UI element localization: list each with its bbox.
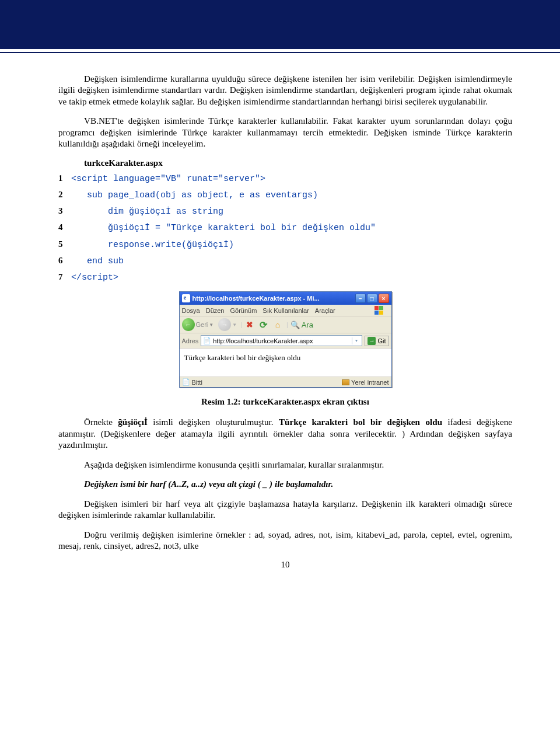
paragraph-4: Aşağıda değişken isimlendirme konusunda … <box>58 459 512 470</box>
address-label: Adres <box>182 337 199 344</box>
rule-heading: Değişken ismi bir harf (A..Z, a..z) veya… <box>58 478 512 489</box>
code-line-1: <script language="VB" runat="server"> <box>71 174 265 184</box>
menu-duzen[interactable]: Düzen <box>206 307 225 314</box>
back-arrow-icon: ← <box>182 318 195 331</box>
go-arrow-icon: → <box>368 337 376 345</box>
menu-gorunum[interactable]: Görünüm <box>230 307 257 314</box>
ie-icon <box>182 294 190 302</box>
windows-flag-icon <box>374 306 383 315</box>
address-dropdown[interactable]: ▾ <box>352 337 360 344</box>
search-label: Ara <box>302 321 313 329</box>
menu-araclar[interactable]: Araçlar <box>315 307 335 314</box>
paragraph-1: Değişken isimlendirme kurallarına uyuldu… <box>58 73 512 107</box>
refresh-button[interactable]: ⟳ <box>258 319 269 330</box>
status-done: Bitti <box>192 379 202 386</box>
ie-browser-window: http://localhost/turkceKarakter.aspx - M… <box>179 291 392 388</box>
ie-toolbar: ← Geri ▼ → ▼ | ✖ ⟳ ⌂ | 🔍 Ara <box>180 316 391 333</box>
paragraph-3: Örnekte ğüşiöçıİ isimli değişken oluştur… <box>58 416 512 450</box>
close-button[interactable]: × <box>379 294 389 303</box>
status-zone: Yerel intranet <box>351 379 388 386</box>
home-button[interactable]: ⌂ <box>272 319 283 330</box>
go-label: Git <box>377 337 386 344</box>
page-body: Değişken isimlendirme kurallarına uyuldu… <box>0 53 560 581</box>
paragraph-7: Doğru verilmiş değişken isimlerine örnek… <box>58 529 512 552</box>
code-block: 1<script language="VB" runat="server"> 2… <box>58 170 512 286</box>
back-button[interactable]: ← Geri ▼ <box>182 318 214 331</box>
header-band-dark <box>0 0 560 49</box>
done-icon: 📄 <box>182 378 190 386</box>
figure-caption: Resim 1.2: turkceKarakter.aspx ekran çık… <box>58 397 512 407</box>
ie-menubar: Dosya Düzen Görünüm Sık Kullanılanlar Ar… <box>180 305 391 316</box>
code-line-2: sub page_load(obj as object, e as eventa… <box>71 190 318 200</box>
go-button[interactable]: → Git <box>365 336 388 346</box>
code-line-3: dim ğüşiöçıİ as string <box>71 207 223 217</box>
code-line-5: response.write(ğüşiöçıİ) <box>71 240 234 250</box>
forward-button[interactable]: → <box>218 318 231 331</box>
menu-dosya[interactable]: Dosya <box>182 307 200 314</box>
chevron-down-icon: ▼ <box>209 322 214 328</box>
back-label: Geri <box>196 321 208 328</box>
ie-titlebar[interactable]: http://localhost/turkceKarakter.aspx - M… <box>180 292 391 305</box>
paragraph-6: Değişken isimleri bir harf veya alt çizg… <box>58 498 512 521</box>
code-line-6: end sub <box>71 256 124 266</box>
stop-button[interactable]: ✖ <box>244 319 255 330</box>
address-input[interactable]: 📄 http://localhost/turkceKarakter.aspx ▾ <box>201 335 362 346</box>
code-line-4: ğüşiöçıİ = "Türkçe karakteri bol bir değ… <box>71 223 376 233</box>
search-button[interactable]: 🔍 Ara <box>290 321 313 329</box>
address-url: http://localhost/turkceKarakter.aspx <box>213 337 352 344</box>
code-line-7: </script> <box>71 273 118 283</box>
minimize-button[interactable]: – <box>355 294 366 303</box>
menu-sik[interactable]: Sık Kullanılanlar <box>262 307 309 314</box>
ie-status-bar: 📄 Bitti Yerel intranet <box>180 377 391 387</box>
zone-icon <box>342 379 349 385</box>
code-filename: turkceKarakter.aspx <box>84 158 512 168</box>
ie-title-text: http://localhost/turkceKarakter.aspx - M… <box>192 295 320 302</box>
ie-address-bar: Adres 📄 http://localhost/turkceKarakter.… <box>180 333 391 349</box>
ie-page-content: Türkçe karakteri bol bir değişken oldu <box>180 349 391 377</box>
paragraph-2: VB.NET'te değişken isimlerinde Türkçe ka… <box>58 115 512 149</box>
page-icon: 📄 <box>203 337 211 344</box>
maximize-button[interactable]: □ <box>367 294 377 303</box>
page-number: 10 <box>58 560 512 570</box>
